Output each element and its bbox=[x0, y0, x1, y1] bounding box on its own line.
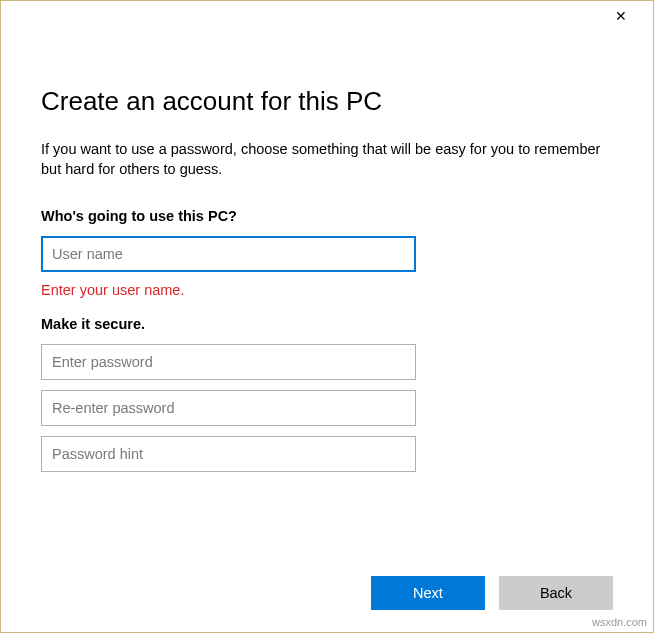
close-button[interactable]: ✕ bbox=[601, 2, 641, 30]
page-title: Create an account for this PC bbox=[41, 86, 613, 117]
close-icon: ✕ bbox=[615, 8, 627, 24]
username-input[interactable] bbox=[41, 236, 416, 272]
password-input[interactable] bbox=[41, 344, 416, 380]
titlebar: ✕ bbox=[1, 1, 653, 31]
reenter-password-input[interactable] bbox=[41, 390, 416, 426]
back-button[interactable]: Back bbox=[499, 576, 613, 610]
username-section-label: Who's going to use this PC? bbox=[41, 208, 613, 224]
footer-buttons: Next Back bbox=[371, 576, 613, 610]
next-button[interactable]: Next bbox=[371, 576, 485, 610]
password-hint-input[interactable] bbox=[41, 436, 416, 472]
secure-section-label: Make it secure. bbox=[41, 316, 613, 332]
page-subtitle: If you want to use a password, choose so… bbox=[41, 139, 613, 180]
watermark: wsxdn.com bbox=[592, 616, 647, 628]
main-content: Create an account for this PC If you wan… bbox=[1, 31, 653, 472]
username-error: Enter your user name. bbox=[41, 282, 613, 298]
